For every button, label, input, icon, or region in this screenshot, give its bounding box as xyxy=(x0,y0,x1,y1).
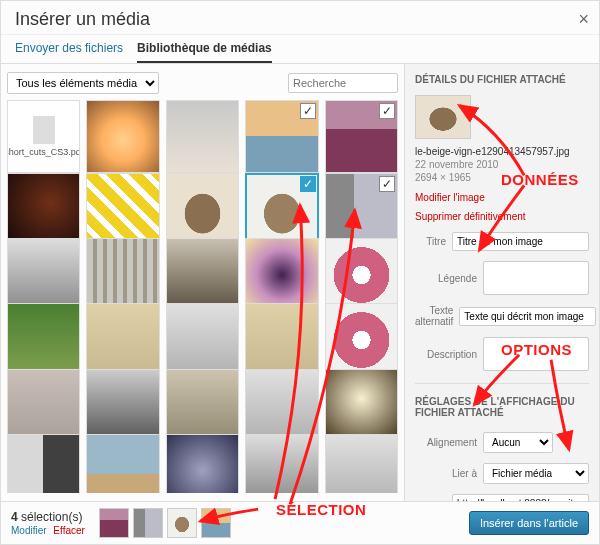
title-input[interactable] xyxy=(452,232,589,251)
file-name: le-beige-vign-e1290413457957.jpg xyxy=(415,145,589,158)
details-sidebar: DÉTAILS DU FICHIER ATTACHÉ le-beige-vign… xyxy=(404,64,599,501)
url-input[interactable] xyxy=(452,494,589,501)
media-item[interactable] xyxy=(86,369,159,442)
search-input[interactable] xyxy=(288,73,398,93)
link-label: Lier à xyxy=(415,468,477,479)
details-heading: DÉTAILS DU FICHIER ATTACHÉ xyxy=(415,74,589,85)
media-item[interactable]: ✓ xyxy=(325,100,398,173)
close-button[interactable]: × xyxy=(578,9,589,30)
media-item[interactable] xyxy=(325,434,398,493)
alt-input[interactable] xyxy=(459,307,596,326)
media-grid: short_cuts_CS3.pdf ✓ ✓ ✓ ✓ xyxy=(7,100,398,493)
media-item[interactable] xyxy=(166,238,239,311)
check-icon[interactable]: ✓ xyxy=(379,176,395,192)
check-icon[interactable]: ✓ xyxy=(300,103,316,119)
clear-selection-link[interactable]: Effacer xyxy=(53,525,85,536)
media-item[interactable]: ✓ xyxy=(325,173,398,246)
tab-upload[interactable]: Envoyer des fichiers xyxy=(15,35,123,63)
media-item[interactable] xyxy=(7,369,80,442)
media-item[interactable] xyxy=(166,369,239,442)
media-item[interactable] xyxy=(86,173,159,246)
tab-library[interactable]: Bibliothèque de médias xyxy=(137,35,272,63)
delete-permanently-link[interactable]: Supprimer définitivement xyxy=(415,211,526,222)
caption-label: Légende xyxy=(415,273,477,284)
media-item[interactable] xyxy=(86,434,159,493)
media-item[interactable] xyxy=(325,238,398,311)
media-item[interactable] xyxy=(166,303,239,376)
media-item[interactable] xyxy=(7,303,80,376)
media-item[interactable] xyxy=(325,369,398,442)
edit-selection-link[interactable]: Modifier xyxy=(11,525,47,536)
selection-count: 4 sélection(s) xyxy=(11,510,85,524)
media-item[interactable] xyxy=(7,173,80,246)
selected-thumb[interactable] xyxy=(201,508,231,538)
media-item[interactable] xyxy=(86,303,159,376)
media-item[interactable]: ✓ xyxy=(245,173,318,246)
media-item[interactable] xyxy=(245,369,318,442)
modal-title: Insérer un média xyxy=(15,9,585,30)
check-icon[interactable]: ✓ xyxy=(379,103,395,119)
display-heading: RÉGLAGES DE L'AFFICHAGE DU FICHIER ATTAC… xyxy=(415,396,589,418)
selected-thumb[interactable] xyxy=(167,508,197,538)
media-item[interactable] xyxy=(245,434,318,493)
selected-thumb[interactable] xyxy=(99,508,129,538)
preview-thumbnail xyxy=(415,95,471,139)
media-item[interactable] xyxy=(166,434,239,493)
media-filter-select[interactable]: Tous les éléments média xyxy=(7,72,159,94)
file-date: 22 novembre 2010 xyxy=(415,158,589,171)
media-item[interactable] xyxy=(325,303,398,376)
file-label: short_cuts_CS3.pdf xyxy=(7,147,80,157)
alt-label: Texte alternatif xyxy=(415,305,453,327)
check-icon[interactable]: ✓ xyxy=(300,176,316,192)
media-item[interactable] xyxy=(166,100,239,173)
insert-button[interactable]: Insérer dans l'article xyxy=(469,511,589,535)
edit-image-link[interactable]: Modifier l'image xyxy=(415,192,485,203)
align-label: Alignement xyxy=(415,437,477,448)
media-item[interactable] xyxy=(7,238,80,311)
selection-thumbs xyxy=(99,508,231,538)
caption-input[interactable] xyxy=(483,261,589,295)
media-item[interactable] xyxy=(245,303,318,376)
media-item[interactable] xyxy=(7,434,80,493)
media-item[interactable] xyxy=(86,238,159,311)
media-item[interactable] xyxy=(166,173,239,246)
desc-input[interactable] xyxy=(483,337,589,371)
desc-label: Description xyxy=(415,349,477,360)
media-item[interactable] xyxy=(245,238,318,311)
align-select[interactable]: Aucun xyxy=(483,432,553,453)
media-item-pdf[interactable]: short_cuts_CS3.pdf xyxy=(7,100,80,173)
media-item[interactable]: ✓ xyxy=(245,100,318,173)
link-select[interactable]: Fichier média xyxy=(483,463,589,484)
file-dimensions: 2694 × 1965 xyxy=(415,171,589,184)
title-label: Titre xyxy=(415,236,446,247)
media-item[interactable] xyxy=(86,100,159,173)
selected-thumb[interactable] xyxy=(133,508,163,538)
